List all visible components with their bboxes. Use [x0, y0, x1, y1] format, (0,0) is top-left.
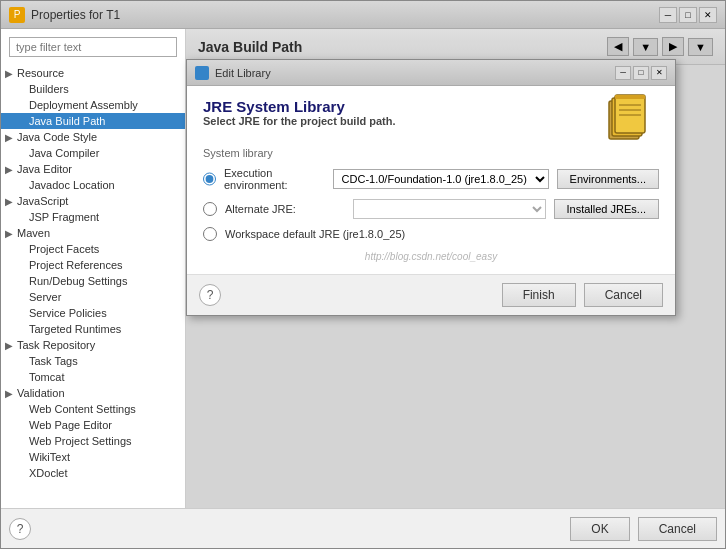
exec-env-radio[interactable]: [203, 172, 216, 186]
sidebar-item-label: Builders: [29, 83, 69, 95]
alt-jre-select[interactable]: [353, 199, 546, 219]
sidebar-item-resource[interactable]: ▶ Resource: [1, 65, 185, 81]
dialog-heading: JRE System Library Select JRE for the pr…: [203, 98, 659, 143]
sidebar-item-run-debug-settings[interactable]: Run/Debug Settings: [1, 273, 185, 289]
sidebar-item-service-policies[interactable]: Service Policies: [1, 305, 185, 321]
sidebar-item-label: WikiText: [29, 451, 70, 463]
sidebar-item-label: Targeted Runtimes: [29, 323, 121, 335]
sidebar-item-web-page-editor[interactable]: Web Page Editor: [1, 417, 185, 433]
dialog-cancel-btn[interactable]: Cancel: [584, 283, 663, 307]
sidebar-item-project-facets[interactable]: Project Facets: [1, 241, 185, 257]
sidebar-item-label: Tomcat: [29, 371, 64, 383]
help-btn[interactable]: ?: [9, 518, 31, 540]
sidebar-item-xdoclet[interactable]: XDoclet: [1, 465, 185, 481]
cancel-btn[interactable]: Cancel: [638, 517, 717, 541]
installed-jres-btn[interactable]: Installed JREs...: [554, 199, 659, 219]
expand-arrow: ▶: [5, 228, 17, 239]
sidebar-item-label: Service Policies: [29, 307, 107, 319]
expand-arrow: ▶: [5, 388, 17, 399]
sidebar-item-label: Java Build Path: [29, 115, 105, 127]
book-icon: [604, 93, 654, 143]
expand-arrow: ▶: [5, 196, 17, 207]
tree-area: ▶ ResourceBuildersDeployment AssemblyJav…: [1, 65, 185, 508]
sidebar-item-label: Maven: [17, 227, 50, 239]
workspace-default-label: Workspace default JRE (jre1.8.0_25): [225, 228, 405, 240]
dialog-footer-left: ?: [199, 284, 221, 306]
heading-title: JRE System Library: [203, 98, 396, 115]
sidebar-item-label: JavaScript: [17, 195, 68, 207]
sidebar-item-label: Resource: [17, 67, 64, 79]
dialog-maximize-btn[interactable]: □: [633, 66, 649, 80]
dialog-titlebar: Edit Library ─ □ ✕: [187, 60, 675, 86]
alt-jre-row: Alternate JRE: Installed JREs...: [203, 199, 659, 219]
finish-btn[interactable]: Finish: [502, 283, 576, 307]
ok-btn[interactable]: OK: [570, 517, 629, 541]
dialog-close-btn[interactable]: ✕: [651, 66, 667, 80]
sidebar-item-web-project-settings[interactable]: Web Project Settings: [1, 433, 185, 449]
dialog-help-btn[interactable]: ?: [199, 284, 221, 306]
exec-env-label: Execution environment:: [224, 167, 325, 191]
sidebar-item-task-tags[interactable]: Task Tags: [1, 353, 185, 369]
dialog-minimize-btn[interactable]: ─: [615, 66, 631, 80]
sidebar-item-javascript[interactable]: ▶ JavaScript: [1, 193, 185, 209]
expand-arrow: ▶: [5, 164, 17, 175]
dialog-title: Edit Library: [215, 67, 615, 79]
minimize-btn[interactable]: ─: [659, 7, 677, 23]
sidebar-item-label: Run/Debug Settings: [29, 275, 127, 287]
sidebar-item-java-editor[interactable]: ▶ Java Editor: [1, 161, 185, 177]
dialog-controls: ─ □ ✕: [615, 66, 667, 80]
sidebar-item-maven[interactable]: ▶ Maven: [1, 225, 185, 241]
sidebar-item-server[interactable]: Server: [1, 289, 185, 305]
sidebar-item-label: Server: [29, 291, 61, 303]
sidebar-item-label: Task Repository: [17, 339, 95, 351]
dialog-icon: [195, 66, 209, 80]
expand-arrow: ▶: [5, 132, 17, 143]
sidebar-item-java-build-path[interactable]: Java Build Path: [1, 113, 185, 129]
bottom-left: ?: [9, 518, 31, 540]
sidebar-item-label: Web Project Settings: [29, 435, 132, 447]
close-btn[interactable]: ✕: [699, 7, 717, 23]
sidebar-item-tomcat[interactable]: Tomcat: [1, 369, 185, 385]
sidebar-item-task-repository[interactable]: ▶ Task Repository: [1, 337, 185, 353]
sidebar-item-label: Web Content Settings: [29, 403, 136, 415]
window-icon: P: [9, 7, 25, 23]
environments-btn[interactable]: Environments...: [557, 169, 659, 189]
sidebar-item-label: Java Code Style: [17, 131, 97, 143]
dialog-footer-right: Finish Cancel: [502, 283, 663, 307]
alt-jre-radio[interactable]: [203, 202, 217, 216]
sidebar-item-project-references[interactable]: Project References: [1, 257, 185, 273]
sidebar-item-web-content-settings[interactable]: Web Content Settings: [1, 401, 185, 417]
exec-env-select[interactable]: CDC-1.0/Foundation-1.0 (jre1.8.0_25): [333, 169, 549, 189]
sidebar-item-label: Web Page Editor: [29, 419, 112, 431]
sidebar-item-label: Javadoc Location: [29, 179, 115, 191]
expand-arrow: ▶: [5, 68, 17, 79]
alt-jre-label: Alternate JRE:: [225, 203, 345, 215]
sidebar-item-targeted-runtimes[interactable]: Targeted Runtimes: [1, 321, 185, 337]
sidebar-item-java-code-style[interactable]: ▶ Java Code Style: [1, 129, 185, 145]
sidebar-item-label: Project Facets: [29, 243, 99, 255]
sidebar-item-label: Java Compiler: [29, 147, 99, 159]
dialog-subtitle: Select JRE for the project build path.: [203, 115, 396, 127]
main-panel: Java Build Path ◀ ▼ ▶ ▼ Edit Library: [186, 29, 725, 508]
title-bar-controls: ─ □ ✕: [659, 7, 717, 23]
sidebar-item-javadoc-location[interactable]: Javadoc Location: [1, 177, 185, 193]
window-title: Properties for T1: [31, 8, 659, 22]
sidebar-item-builders[interactable]: Builders: [1, 81, 185, 97]
sidebar-item-deployment-assembly[interactable]: Deployment Assembly: [1, 97, 185, 113]
svg-rect-3: [615, 95, 645, 133]
expand-arrow: ▶: [5, 340, 17, 351]
workspace-default-row: Workspace default JRE (jre1.8.0_25): [203, 227, 659, 241]
workspace-default-radio[interactable]: [203, 227, 217, 241]
sidebar-item-validation[interactable]: ▶ Validation: [1, 385, 185, 401]
radio-group: Execution environment: CDC-1.0/Foundatio…: [203, 167, 659, 241]
dialog-content: JRE System Library Select JRE for the pr…: [187, 86, 675, 275]
exec-env-row: Execution environment: CDC-1.0/Foundatio…: [203, 167, 659, 191]
sidebar-item-java-compiler[interactable]: Java Compiler: [1, 145, 185, 161]
maximize-btn[interactable]: □: [679, 7, 697, 23]
edit-library-dialog: Edit Library ─ □ ✕ JRE System Library: [186, 59, 676, 316]
main-window: P Properties for T1 ─ □ ✕ ▶ ResourceBuil…: [0, 0, 726, 549]
filter-input[interactable]: [9, 37, 177, 57]
bottom-right: OK Cancel: [570, 517, 717, 541]
sidebar-item-jsp-fragment[interactable]: JSP Fragment: [1, 209, 185, 225]
sidebar-item-wikitext[interactable]: WikiText: [1, 449, 185, 465]
